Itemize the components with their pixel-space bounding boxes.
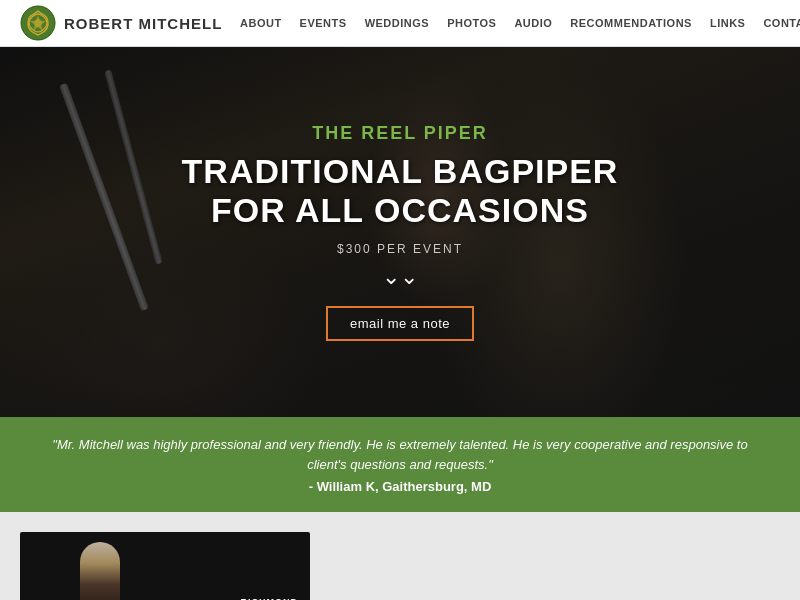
nav-item-recommendations[interactable]: RECOMMENDATIONS xyxy=(570,17,692,29)
main-nav: ABOUT EVENTS WEDDINGS PHOTOS AUDIO RECOM… xyxy=(240,17,800,29)
email-button[interactable]: email me a note xyxy=(326,306,474,341)
hero-price: $300 PER EVENT xyxy=(182,242,619,256)
nav-item-contact[interactable]: CONTACT xyxy=(763,17,800,29)
hero-section: THE REEL PIPER TRADITIONAL BAGPIPER FOR … xyxy=(0,47,800,417)
lower-section: RICHMOND SYMPHONY xyxy=(0,512,800,600)
richmond-label-line1: RICHMOND xyxy=(241,597,299,600)
site-title: Robert Mitchell xyxy=(64,15,222,32)
hero-content: THE REEL PIPER TRADITIONAL BAGPIPER FOR … xyxy=(182,123,619,341)
nav-item-photos[interactable]: PHOTOS xyxy=(447,17,496,29)
nav-item-audio[interactable]: AUDIO xyxy=(514,17,552,29)
nav-item-about[interactable]: ABOUT xyxy=(240,17,282,29)
celtic-knot-logo-icon xyxy=(20,5,56,41)
testimonial-author: - William K, Gaithersburg, MD xyxy=(40,479,760,494)
performer-silhouette xyxy=(80,542,120,600)
testimonial-section: "Mr. Mitchell was highly professional an… xyxy=(0,417,800,512)
site-header: Robert Mitchell ABOUT EVENTS WEDDINGS PH… xyxy=(0,0,800,47)
nav-item-events[interactable]: EVENTS xyxy=(300,17,347,29)
hero-title-line2: FOR ALL OCCASIONS xyxy=(211,191,589,229)
richmond-symphony-label: RICHMOND SYMPHONY xyxy=(238,597,298,600)
hero-title-line1: TRADITIONAL BAGPIPER xyxy=(182,152,619,190)
nav-item-links[interactable]: LINKS xyxy=(710,17,746,29)
scroll-down-chevron-icon: ⌄⌄ xyxy=(182,266,619,288)
nav-item-weddings[interactable]: WEDDINGS xyxy=(365,17,430,29)
testimonial-quote: "Mr. Mitchell was highly professional an… xyxy=(40,435,760,474)
hero-subtitle: THE REEL PIPER xyxy=(182,123,619,144)
logo-area: Robert Mitchell xyxy=(20,5,240,41)
richmond-symphony-card[interactable]: RICHMOND SYMPHONY xyxy=(20,532,310,600)
hero-title: TRADITIONAL BAGPIPER FOR ALL OCCASIONS xyxy=(182,152,619,230)
